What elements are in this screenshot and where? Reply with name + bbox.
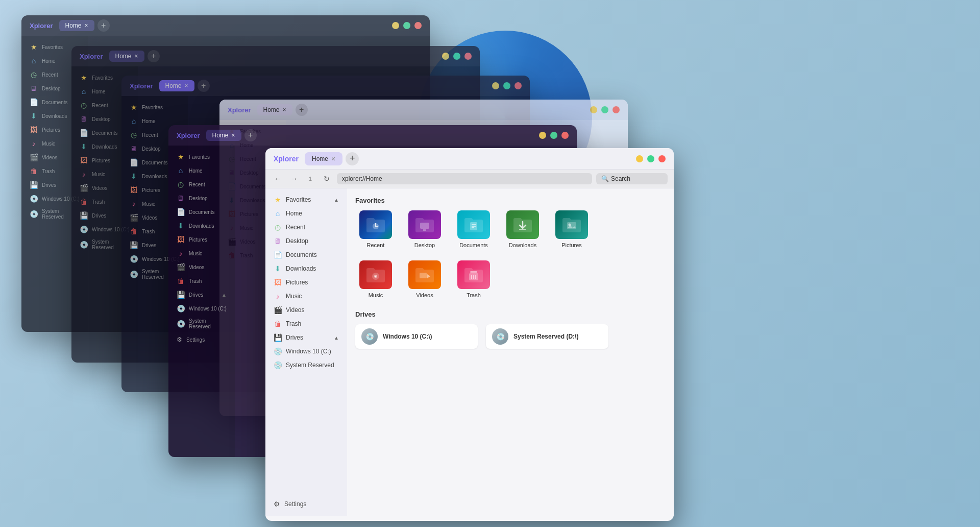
sidebar-item-documents-main[interactable]: 📄 Documents bbox=[267, 248, 345, 261]
close-btn-1[interactable] bbox=[414, 22, 422, 29]
sidebar-item-drives-main[interactable]: 💾 Drives ▲ bbox=[267, 331, 345, 344]
search-bar[interactable]: 🔍 Search bbox=[596, 173, 668, 184]
folder-item-videos[interactable]: Videos bbox=[404, 260, 445, 298]
pictures-icon-main: 🖼 bbox=[274, 278, 282, 286]
videos-icon-3: 🎬 bbox=[130, 213, 138, 222]
back-button[interactable]: ← bbox=[272, 173, 284, 185]
tab-add-4[interactable]: + bbox=[296, 104, 308, 116]
close-btn-main[interactable] bbox=[658, 155, 666, 162]
sl5-pic: Pictures bbox=[189, 237, 207, 243]
tab-close-5[interactable]: × bbox=[232, 132, 235, 139]
sidebar-item-favorites-5[interactable]: ★ Favorites bbox=[170, 150, 233, 163]
folder-item-pictures[interactable]: Pictures bbox=[551, 210, 592, 248]
tab-close-main[interactable]: × bbox=[331, 155, 335, 163]
folder-item-trash[interactable]: Trash bbox=[453, 260, 494, 298]
tab-home-main[interactable]: Home × bbox=[305, 152, 342, 165]
sidebar-item-windows-main[interactable]: 💿 Windows 10 (C:) bbox=[267, 345, 345, 358]
minimize-btn-1[interactable] bbox=[392, 22, 399, 29]
folder-item-desktop[interactable]: Desktop bbox=[404, 210, 445, 248]
maximize-btn-3[interactable] bbox=[503, 82, 510, 89]
sidebar-item-downloads-main[interactable]: ⬇ Downloads bbox=[267, 262, 345, 275]
sidebar-item-music-5[interactable]: ♪ Music bbox=[170, 247, 233, 260]
windows-icon-5: 💿 bbox=[177, 304, 185, 313]
minimize-btn-4[interactable] bbox=[590, 106, 597, 113]
sidebar-item-desktop-5[interactable]: 🖥 Desktop bbox=[170, 191, 233, 205]
sl2-music: Music bbox=[92, 172, 105, 177]
close-btn-5[interactable] bbox=[561, 132, 569, 139]
forward-button[interactable]: → bbox=[288, 173, 300, 185]
folder-item-music[interactable]: Music bbox=[355, 260, 396, 298]
sidebar-item-favorites-3[interactable]: ★ Favorites bbox=[124, 101, 186, 114]
sidebar-item-music-main[interactable]: ♪ Music bbox=[267, 290, 345, 303]
sl5-fav: Favorites bbox=[189, 154, 210, 160]
maximize-btn-2[interactable] bbox=[453, 53, 460, 60]
close-btn-3[interactable] bbox=[514, 82, 522, 89]
address-bar[interactable]: xplorer://Home bbox=[337, 173, 592, 184]
tab-close-3[interactable]: × bbox=[185, 82, 188, 89]
drives-icon-1: 💾 bbox=[30, 181, 38, 189]
tab-home-3[interactable]: Home × bbox=[159, 80, 194, 91]
minimize-btn-5[interactable] bbox=[539, 132, 546, 139]
tab-add-1[interactable]: + bbox=[97, 19, 110, 32]
sl5-trash: Trash bbox=[189, 278, 202, 284]
folder-item-recent[interactable]: Recent bbox=[355, 210, 396, 248]
sidebar-item-docs-5[interactable]: 📄 Documents bbox=[170, 205, 233, 219]
music-icon-5: ♪ bbox=[177, 249, 185, 257]
sidebar-item-windows-5[interactable]: 💿 Windows 10 (C:) bbox=[170, 302, 233, 315]
tab-home-5[interactable]: Home × bbox=[206, 130, 241, 141]
settings-item-main[interactable]: ⚙ Settings bbox=[267, 497, 345, 511]
sidebar-item-videos-5[interactable]: 🎬 Videos bbox=[170, 260, 233, 274]
sidebar-item-drives-5[interactable]: 💾 Drives ▲ bbox=[170, 288, 233, 301]
app-title-main: Xplorer bbox=[274, 155, 299, 163]
drive-item-system[interactable]: 💿 System Reserved (D:\) bbox=[486, 324, 608, 349]
sidebar-item-downloads-5[interactable]: ⬇ Downloads bbox=[170, 219, 233, 232]
system-icon-2: 💿 bbox=[80, 241, 88, 249]
sidebar-item-trash-5[interactable]: 🗑 Trash bbox=[170, 274, 233, 288]
sidebar-item-videos-main[interactable]: 🎬 Videos bbox=[267, 303, 345, 317]
tab-add-3[interactable]: + bbox=[198, 80, 210, 92]
sidebar-item-pictures-main[interactable]: 🖼 Pictures bbox=[267, 276, 345, 289]
tab-add-2[interactable]: + bbox=[148, 50, 160, 62]
maximize-btn-4[interactable] bbox=[601, 106, 608, 113]
settings-item-5[interactable]: ⚙ Settings bbox=[170, 333, 233, 346]
minimize-btn-3[interactable] bbox=[492, 82, 499, 89]
tab-home-1[interactable]: Home × bbox=[59, 20, 94, 31]
sidebar-item-system-5[interactable]: 💿 System Reserved bbox=[170, 316, 233, 332]
sidebar-item-system-main[interactable]: 💿 System Reserved bbox=[267, 358, 345, 372]
sidebar-pictures-label-main: Pictures bbox=[286, 279, 308, 286]
tab-home-4[interactable]: Home × bbox=[257, 104, 292, 115]
tab-add-5[interactable]: + bbox=[244, 129, 257, 141]
maximize-btn-5[interactable] bbox=[550, 132, 557, 139]
tab-add-main[interactable]: + bbox=[346, 152, 359, 165]
music-icon-3: ♪ bbox=[130, 200, 138, 208]
maximize-btn-main[interactable] bbox=[647, 155, 654, 162]
tab-close-2[interactable]: × bbox=[135, 53, 138, 60]
star-icon-main: ★ bbox=[274, 196, 282, 204]
maximize-btn-1[interactable] bbox=[403, 22, 410, 29]
tab-close-4[interactable]: × bbox=[283, 106, 286, 113]
tab-close-1[interactable]: × bbox=[85, 22, 88, 29]
folder-item-documents[interactable]: Documents bbox=[453, 210, 494, 248]
sidebar-item-desktop-main[interactable]: 🖥 Desktop bbox=[267, 234, 345, 248]
trash-icon-main: 🗑 bbox=[274, 320, 282, 328]
close-btn-4[interactable] bbox=[612, 106, 620, 113]
minimize-btn-2[interactable] bbox=[442, 53, 449, 60]
sidebar-pictures-label-1: Pictures bbox=[42, 127, 60, 133]
title-bar-5: Xplorer Home × + bbox=[168, 125, 577, 146]
tab-home-2[interactable]: Home × bbox=[109, 51, 144, 62]
folder-item-downloads[interactable]: Downloads bbox=[502, 210, 543, 248]
drive-item-windows[interactable]: 💿 Windows 10 (C:\) bbox=[355, 324, 478, 349]
sidebar-item-trash-main[interactable]: 🗑 Trash bbox=[267, 317, 345, 330]
refresh-button[interactable]: ↻ bbox=[321, 173, 333, 185]
minimize-btn-main[interactable] bbox=[636, 155, 643, 162]
sidebar-item-recent-5[interactable]: ◷ Recent bbox=[170, 178, 233, 191]
sidebar-item-favorites-main[interactable]: ★ Favorites ▲ bbox=[267, 193, 345, 206]
sidebar-item-home-5[interactable]: ⌂ Home bbox=[170, 164, 233, 177]
sidebar-item-pictures-5[interactable]: 🖼 Pictures bbox=[170, 233, 233, 246]
folder-label-music: Music bbox=[369, 292, 383, 298]
sl5-home: Home bbox=[189, 168, 203, 174]
tab-bar-5: Home × + bbox=[206, 129, 539, 141]
sidebar-item-recent-main[interactable]: ◷ Recent bbox=[267, 221, 345, 234]
close-btn-2[interactable] bbox=[464, 53, 472, 60]
sidebar-item-home-main[interactable]: ⌂ Home bbox=[267, 207, 345, 220]
